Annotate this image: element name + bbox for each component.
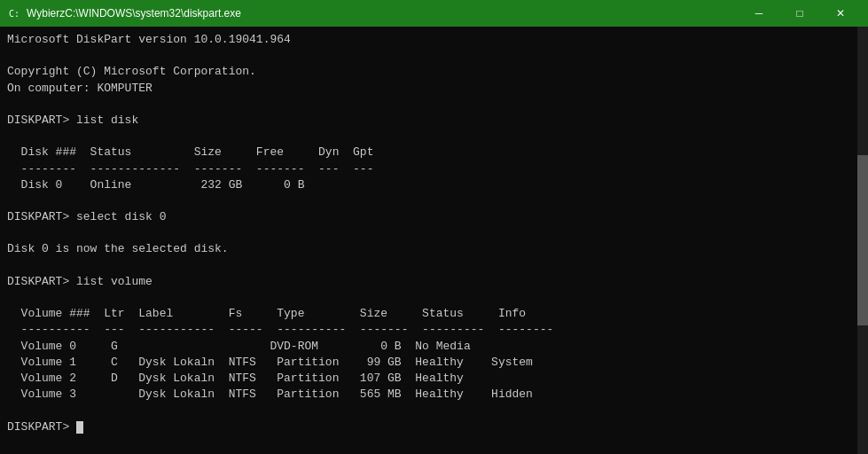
window-title: WybierzC:\WINDOWS\system32\diskpart.exe [27,7,241,20]
titlebar: C: WybierzC:\WINDOWS\system32\diskpart.e… [0,0,868,27]
titlebar-left: C: WybierzC:\WINDOWS\system32\diskpart.e… [7,6,241,20]
window: C: WybierzC:\WINDOWS\system32\diskpart.e… [0,0,868,454]
close-button[interactable]: ✕ [820,0,861,27]
app-icon: C: [7,6,21,20]
svg-text:C:: C: [9,9,20,19]
scrollbar-thumb[interactable] [857,155,868,326]
maximize-button[interactable]: □ [779,0,820,27]
cursor [76,421,83,434]
titlebar-controls: ─ □ ✕ [739,0,861,27]
terminal-content: Microsoft DiskPart version 10.0.19041.96… [7,32,861,435]
scrollbar[interactable] [857,27,868,454]
terminal-area[interactable]: Microsoft DiskPart version 10.0.19041.96… [0,27,868,454]
minimize-button[interactable]: ─ [739,0,779,27]
